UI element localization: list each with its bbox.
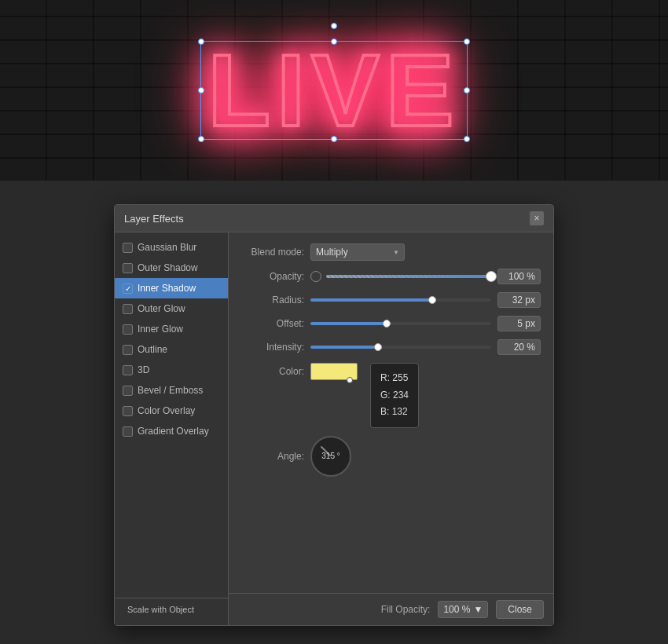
opacity-value-input[interactable]: 100 % [497,269,541,284]
checkbox-bevel-emboss[interactable] [123,386,133,396]
angle-row: Angle: 315 ° [241,436,541,477]
color-r-label: R: [380,372,390,383]
sidebar-spacer [115,441,228,598]
sidebar-label-outer-shadow: Outer Shadow [138,262,198,273]
sidebar-item-outer-glow[interactable]: Outer Glow [115,298,228,319]
sidebar-item-inner-shadow[interactable]: ✓ Inner Shadow [115,278,228,298]
color-g-label: G: [380,390,391,401]
handle-ml[interactable] [198,87,204,93]
sidebar-item-gradient-overlay[interactable]: Gradient Overlay [115,421,228,441]
radius-row: Radius: 32 px [241,292,541,308]
offset-slider-track[interactable] [310,322,491,325]
scale-with-object-label: Scale with Object [127,605,194,614]
handle-tr[interactable] [464,38,470,45]
checkbox-outer-glow[interactable] [123,304,133,314]
opacity-slider-track[interactable] [326,275,491,278]
brick-background: LIVE [0,0,668,181]
sidebar-item-color-overlay[interactable]: Color Overlay [115,401,228,421]
color-tooltip: R: 255 G: 234 B: 132 [370,363,419,428]
dialog-backdrop: Layer Effects × Gaussian Blur Outer Shad… [0,181,668,644]
radius-value-input[interactable]: 32 px [497,292,541,308]
radius-slider-thumb[interactable] [428,296,436,304]
intensity-slider-container [310,346,491,349]
fill-opacity-dropdown[interactable]: 100 % ▼ [438,601,488,618]
sidebar-item-3d[interactable]: 3D [115,360,228,380]
color-b-label: B: [380,406,389,417]
checkbox-outline[interactable] [123,345,133,355]
sidebar-label-3d: 3D [138,364,149,375]
intensity-slider-track[interactable] [310,346,491,349]
content-area: Blend mode: Multiply ▼ Opacity: [229,232,553,593]
color-g-value: 234 [393,390,409,401]
radius-slider-track[interactable] [310,298,491,302]
checkbox-inner-glow[interactable] [123,324,133,335]
offset-slider-thumb[interactable] [383,320,391,327]
blend-mode-arrow-icon: ▼ [393,249,399,256]
color-r-row: R: 255 [380,370,409,387]
checkbox-gradient-overlay[interactable] [123,426,133,437]
offset-value-input[interactable]: 5 px [497,316,541,331]
sidebar-item-outline[interactable]: Outline [115,339,228,360]
dialog-body: Gaussian Blur Outer Shadow ✓ Inner Shado… [115,232,553,625]
checkbox-color-overlay[interactable] [123,406,133,416]
blend-mode-dropdown[interactable]: Multiply ▼ [310,243,405,261]
dialog-footer: Fill Opacity: 100 % ▼ Close [229,593,553,625]
sidebar-footer: Scale with Object [115,598,228,620]
sidebar-item-outer-shadow[interactable]: Outer Shadow [115,258,228,278]
live-text: LIVE [208,31,461,149]
close-button[interactable]: Close [496,600,544,619]
fill-opacity-label: Fill Opacity: [381,604,431,615]
color-dot [347,377,353,383]
opacity-slider-container [310,271,491,282]
canvas-area: LIVE [0,0,668,181]
color-r-value: 255 [392,372,408,383]
sidebar-item-bevel-emboss[interactable]: Bevel / Emboss [115,380,228,401]
sidebar: Gaussian Blur Outer Shadow ✓ Inner Shado… [115,232,229,625]
checkbox-3d[interactable] [123,365,133,375]
checkbox-inner-shadow[interactable]: ✓ [123,284,133,294]
color-b-row: B: 132 [380,404,409,421]
opacity-slider-thumb[interactable] [486,271,497,282]
handle-mr[interactable] [464,87,470,93]
dialog-close-button[interactable]: × [530,211,544,225]
offset-slider-container [310,322,491,325]
layer-effects-dialog: Layer Effects × Gaussian Blur Outer Shad… [114,204,554,626]
fill-opacity-arrow-icon: ▼ [473,604,483,615]
sidebar-label-color-overlay: Color Overlay [138,405,195,416]
sidebar-label-inner-shadow: Inner Shadow [138,283,196,294]
intensity-label: Intensity: [241,342,304,353]
blend-mode-row: Blend mode: Multiply ▼ [241,243,541,261]
handle-tl[interactable] [198,38,204,45]
color-b-value: 132 [392,406,408,417]
angle-dial[interactable]: 315 ° [310,436,351,477]
color-g-row: G: 234 [380,387,409,404]
fill-opacity-value: 100 % [443,604,470,615]
handle-br[interactable] [464,136,470,142]
intensity-slider-thumb[interactable] [374,343,382,351]
dialog-header: Layer Effects × [115,205,553,232]
checkbox-outer-shadow[interactable] [123,263,133,273]
radius-label: Radius: [241,295,304,306]
sidebar-label-inner-glow: Inner Glow [138,324,183,335]
live-text-container[interactable]: LIVE [208,31,461,149]
intensity-row: Intensity: 20 % [241,339,541,355]
radius-slider-container [310,298,491,302]
sidebar-label-gradient-overlay: Gradient Overlay [138,426,209,437]
sidebar-label-bevel-emboss: Bevel / Emboss [138,385,203,396]
sidebar-item-gaussian-blur[interactable]: Gaussian Blur [115,237,228,258]
blend-mode-value: Multiply [316,247,348,258]
offset-row: Offset: 5 px [241,316,541,331]
handle-top-extra[interactable] [331,23,337,29]
opacity-circle-icon [310,271,321,282]
intensity-value-input[interactable]: 20 % [497,339,541,355]
sidebar-label-outer-glow: Outer Glow [138,303,185,314]
offset-label: Offset: [241,318,304,329]
handle-bl[interactable] [198,136,204,142]
sidebar-item-inner-glow[interactable]: Inner Glow [115,319,228,339]
opacity-row: Opacity: 100 % [241,269,541,284]
color-row: Color: R: 255 [241,363,541,428]
color-label: Color: [241,363,304,377]
angle-dial-value: 315 ° [321,452,340,460]
checkbox-gaussian-blur[interactable] [123,243,133,253]
opacity-fill [326,275,491,278]
